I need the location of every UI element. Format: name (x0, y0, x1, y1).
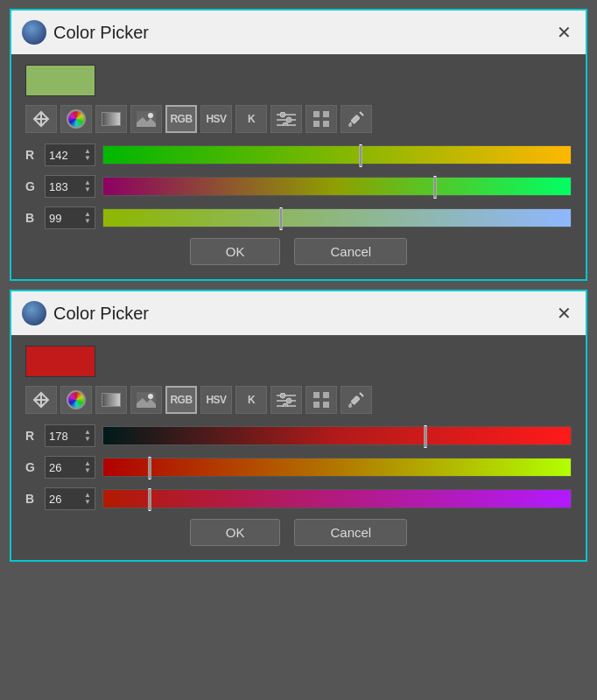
svg-rect-12 (323, 111, 329, 117)
toolbar-btn-sliders[interactable] (270, 386, 302, 414)
svg-point-18 (348, 123, 352, 127)
app-icon (22, 301, 46, 326)
spin-down[interactable]: ▼ (84, 186, 91, 193)
toolbar-btn-photo[interactable] (130, 386, 162, 414)
cancel-button[interactable]: Cancel (294, 519, 407, 546)
channel-value-g[interactable]: 183▲▼ (45, 175, 95, 198)
gradient-icon (102, 393, 121, 407)
channel-row-r: R178▲▼ (25, 424, 572, 447)
svg-rect-16 (351, 115, 360, 123)
slider-track-g[interactable] (102, 458, 572, 477)
toolbar-btn-hsv[interactable]: HSV (200, 386, 232, 414)
svg-line-15 (360, 112, 363, 116)
close-button[interactable]: ✕ (553, 22, 575, 43)
ok-button[interactable]: OK (190, 238, 281, 265)
channel-row-b: B26▲▼ (25, 487, 572, 510)
channel-value-r[interactable]: 142▲▼ (45, 144, 95, 166)
svg-rect-30 (313, 392, 320, 398)
toolbar-btn-wheel[interactable] (60, 386, 92, 414)
toolbar-btn-eyedropper[interactable] (341, 105, 372, 133)
slider-track-b[interactable] (102, 208, 572, 228)
channel-row-g: G183▲▼ (25, 175, 572, 198)
toolbar-btn-k[interactable]: K (235, 386, 267, 414)
dialog-buttons: OKCancel (25, 238, 572, 265)
toolbar-btn-sliders[interactable] (270, 105, 302, 133)
toolbar-btn-wheel[interactable] (60, 105, 92, 133)
svg-point-29 (283, 403, 288, 407)
toolbar-btn-arrows[interactable] (25, 386, 57, 414)
toolbar-btn-hsv[interactable]: HSV (200, 105, 232, 133)
spin-down[interactable]: ▼ (84, 155, 91, 162)
slider-track-r[interactable] (102, 426, 572, 445)
title-bar: Color Picker✕ (11, 10, 586, 54)
dialog-body: RGBHSVK R178▲▼G26▲▼B26▲▼OKCancel (11, 335, 586, 560)
spin-down[interactable]: ▼ (84, 436, 91, 443)
color-wheel-icon (67, 109, 86, 129)
slider-thumb-b[interactable] (149, 488, 151, 511)
title-left: Color Picker (22, 20, 149, 45)
toolbar-btn-grid[interactable] (306, 105, 337, 133)
channel-label-g: G (25, 179, 38, 193)
slider-thumb-b[interactable] (279, 207, 282, 230)
channel-value-b[interactable]: 99▲▼ (45, 206, 95, 229)
slider-thumb-g[interactable] (434, 176, 437, 199)
svg-point-28 (286, 398, 291, 403)
channel-label-r: R (25, 429, 38, 443)
color-preview (25, 65, 95, 96)
color-picker-dialog-dialog2: Color Picker✕ RGBHSVK (10, 290, 587, 562)
toolbar-btn-gradient[interactable] (95, 105, 127, 133)
toolbar-btn-arrows[interactable] (25, 105, 57, 133)
toolbar: RGBHSVK (25, 386, 572, 414)
channel-label-g: G (25, 460, 38, 474)
toolbar-btn-rgb[interactable]: RGB (165, 386, 197, 414)
spin-down[interactable]: ▼ (84, 467, 91, 474)
spin-down[interactable]: ▼ (84, 218, 91, 225)
channel-label-r: R (25, 148, 38, 162)
toolbar-btn-rgb[interactable]: RGB (165, 105, 197, 133)
close-button[interactable]: ✕ (553, 303, 575, 324)
svg-point-37 (348, 404, 352, 408)
svg-rect-35 (351, 396, 360, 404)
svg-rect-13 (313, 121, 320, 127)
svg-rect-14 (323, 121, 329, 127)
slider-thumb-r[interactable] (425, 425, 427, 448)
channel-row-b: B99▲▼ (25, 206, 572, 229)
svg-point-27 (280, 393, 285, 398)
svg-point-8 (280, 112, 285, 117)
slider-thumb-g[interactable] (149, 457, 151, 480)
toolbar-btn-photo[interactable] (130, 105, 162, 133)
channel-value-r[interactable]: 178▲▼ (45, 424, 95, 447)
channel-label-b: B (25, 492, 38, 506)
svg-point-23 (148, 394, 153, 399)
svg-rect-11 (313, 111, 320, 117)
svg-point-4 (148, 113, 153, 118)
gradient-icon (102, 112, 121, 126)
spin-down[interactable]: ▼ (84, 499, 91, 506)
title-bar: Color Picker✕ (11, 291, 586, 335)
channel-value-b[interactable]: 26▲▼ (45, 487, 95, 510)
dialog-title: Color Picker (53, 304, 149, 324)
svg-point-9 (286, 117, 291, 122)
slider-thumb-r[interactable] (359, 144, 362, 167)
toolbar-btn-gradient[interactable] (95, 386, 127, 414)
channel-row-g: G26▲▼ (25, 456, 572, 479)
color-preview (25, 346, 95, 377)
dialog-body: RGBHSVK R142▲▼G183▲▼B99▲▼OKCancel (11, 54, 586, 279)
dialog-buttons: OKCancel (25, 519, 572, 546)
channel-value-g[interactable]: 26▲▼ (45, 456, 95, 479)
slider-track-r[interactable] (102, 145, 572, 164)
app-icon (22, 20, 46, 45)
toolbar-btn-k[interactable]: K (235, 105, 267, 133)
color-picker-dialog-dialog1: Color Picker✕ RGBHSVK (10, 9, 587, 281)
svg-line-34 (360, 393, 363, 396)
svg-rect-33 (323, 402, 329, 408)
svg-rect-32 (313, 402, 320, 408)
cancel-button[interactable]: Cancel (294, 238, 407, 265)
toolbar-btn-grid[interactable] (306, 386, 337, 414)
slider-track-g[interactable] (102, 177, 572, 196)
color-wheel-icon (67, 390, 86, 410)
svg-rect-31 (323, 392, 329, 398)
slider-track-b[interactable] (102, 489, 572, 508)
toolbar-btn-eyedropper[interactable] (341, 386, 372, 414)
ok-button[interactable]: OK (190, 519, 281, 546)
